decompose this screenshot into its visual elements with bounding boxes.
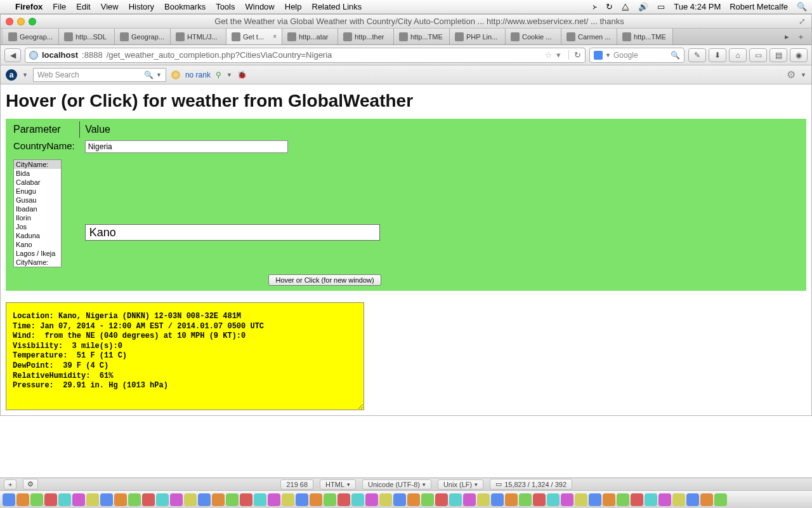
menubar-user[interactable]: Robert Metcalfe (730, 2, 788, 11)
dock-app[interactable] (16, 493, 29, 506)
city-listbox-option[interactable]: Enugu (14, 187, 61, 196)
toolbar-btn-6[interactable]: ◉ (790, 48, 808, 62)
dock-app[interactable] (421, 493, 434, 506)
menu-tools[interactable]: Tools (216, 2, 235, 11)
city-listbox-option[interactable]: Kaduna (14, 231, 61, 240)
menu-help[interactable]: Help (285, 2, 302, 11)
web-search-input[interactable]: Web Search 🔍 ▼ (33, 68, 166, 82)
dock-app[interactable] (603, 493, 615, 506)
dock-app[interactable] (324, 493, 336, 506)
city-listbox-option[interactable]: Bida (14, 169, 61, 178)
dock-app[interactable] (282, 493, 294, 506)
browser-tab[interactable]: Geograp... (115, 29, 171, 44)
city-listbox-option[interactable]: Gusau (14, 196, 61, 204)
dock-app[interactable] (156, 493, 169, 506)
status-doc-stats[interactable]: ▭ 15,823 / 1,324 / 392 (490, 479, 572, 490)
browser-tab[interactable]: Carmen ... (561, 29, 617, 44)
toolbar2-gear-dropdown-icon[interactable]: ▼ (801, 72, 806, 78)
dock-app[interactable] (686, 493, 699, 506)
dock-app[interactable] (672, 493, 685, 506)
dock-app[interactable] (393, 493, 406, 506)
dock-app[interactable] (463, 493, 476, 506)
city-listbox-option[interactable]: Calabar (14, 178, 61, 187)
dock-app[interactable] (561, 493, 573, 506)
menu-history[interactable]: History (129, 2, 154, 11)
dock-app[interactable] (310, 493, 322, 506)
dock-app[interactable] (645, 493, 657, 506)
status-mode[interactable]: HTML ▾ (320, 479, 356, 490)
city-listbox-option[interactable]: CityName: (14, 258, 61, 267)
no-rank-label[interactable]: no rank (185, 70, 211, 79)
dock-app[interactable] (86, 493, 99, 506)
dock-app[interactable] (184, 493, 197, 506)
dock-app[interactable] (477, 493, 490, 506)
toolbar2-options-dropdown-icon[interactable]: ▼ (226, 72, 232, 78)
dock-app[interactable] (575, 493, 587, 506)
dock-app[interactable] (519, 493, 532, 506)
dock-app[interactable] (58, 493, 71, 506)
url-bar[interactable]: localhost:8888/get_weather_auto_completi… (25, 48, 586, 63)
reload-button[interactable]: ↻ (568, 50, 581, 60)
status-gear-icon[interactable]: ⚙ (23, 479, 38, 490)
menu-related-links[interactable]: Related Links (312, 2, 362, 11)
dock-app[interactable] (72, 493, 85, 506)
browser-tab[interactable]: http...ther (338, 29, 394, 44)
toolbar2-pin-icon[interactable]: ⚲ (216, 70, 221, 79)
toolbar2-bug-icon[interactable]: 🐞 (237, 70, 247, 79)
search-box[interactable]: ▼ Google 🔍 (589, 48, 684, 63)
dock-app[interactable] (491, 493, 504, 506)
dropdown-icon[interactable]: ▾ (556, 50, 561, 60)
tab-overflow-button[interactable]: ▸ (782, 32, 792, 41)
dock-app[interactable] (449, 493, 462, 506)
ask-logo-icon[interactable]: a (6, 69, 17, 81)
menu-edit[interactable]: Edit (76, 2, 90, 11)
city-listbox-option[interactable]: Kano (14, 240, 61, 249)
dock-app[interactable] (714, 493, 727, 506)
status-line-col[interactable]: 219 68 (280, 479, 313, 490)
browser-tab[interactable]: Cookie ... (506, 29, 561, 44)
dock-app[interactable] (379, 493, 392, 506)
browser-tab[interactable]: http...TME (617, 29, 673, 44)
menubar-app[interactable]: Firefox (15, 2, 43, 11)
dock-app[interactable] (533, 493, 546, 506)
dock-app[interactable] (700, 493, 713, 506)
dock-app[interactable] (547, 493, 560, 506)
toolbar2-gear-icon[interactable]: ⚙ (787, 69, 796, 81)
search-go-icon[interactable]: 🔍 (671, 51, 680, 60)
web-search-go-icon[interactable]: 🔍 (144, 70, 154, 79)
sync-icon[interactable]: ↻ (606, 2, 613, 11)
dock-app[interactable] (3, 493, 15, 506)
dock-app[interactable] (170, 493, 183, 506)
close-window-button[interactable] (6, 18, 13, 25)
back-button[interactable]: ◀ (4, 48, 21, 62)
dock-app[interactable] (100, 493, 113, 506)
dock-app[interactable] (407, 493, 420, 506)
expand-icon[interactable]: ⤢ (797, 17, 806, 26)
dock-app[interactable] (296, 493, 308, 506)
menu-bookmarks[interactable]: Bookmarks (164, 2, 206, 11)
tab-close-icon[interactable]: × (273, 33, 277, 40)
dock-app[interactable] (617, 493, 629, 506)
dock-app[interactable] (198, 493, 211, 506)
dock-app[interactable] (254, 493, 266, 506)
browser-tab[interactable]: http...atar (282, 29, 338, 44)
status-encoding[interactable]: Unicode (UTF-8) ▾ (362, 479, 431, 490)
menu-file[interactable]: File (53, 2, 66, 11)
status-line-endings[interactable]: Unix (LF) ▾ (438, 479, 483, 490)
dock-app[interactable] (240, 493, 252, 506)
weather-result-output[interactable]: Location: Kano, Nigeria (DNKN) 12-03N 00… (6, 302, 364, 410)
dock-app[interactable] (128, 493, 141, 506)
dock-app[interactable] (337, 493, 350, 506)
toolbar-btn-4[interactable]: ▭ (749, 48, 767, 62)
browser-tab[interactable]: PHP Lin... (450, 29, 506, 44)
menu-view[interactable]: View (101, 2, 119, 11)
wifi-icon[interactable]: ⧋ (622, 2, 629, 12)
downloads-button[interactable]: ⬇ (709, 48, 726, 62)
home-button[interactable]: ⌂ (729, 48, 747, 62)
dock-app[interactable] (365, 493, 378, 506)
minimize-window-button[interactable] (17, 18, 25, 25)
city-listbox-option[interactable]: Ilorin (14, 213, 61, 222)
city-listbox-option[interactable]: Ibadan (14, 204, 61, 213)
dock-app[interactable] (589, 493, 601, 506)
menu-window[interactable]: Window (246, 2, 275, 11)
